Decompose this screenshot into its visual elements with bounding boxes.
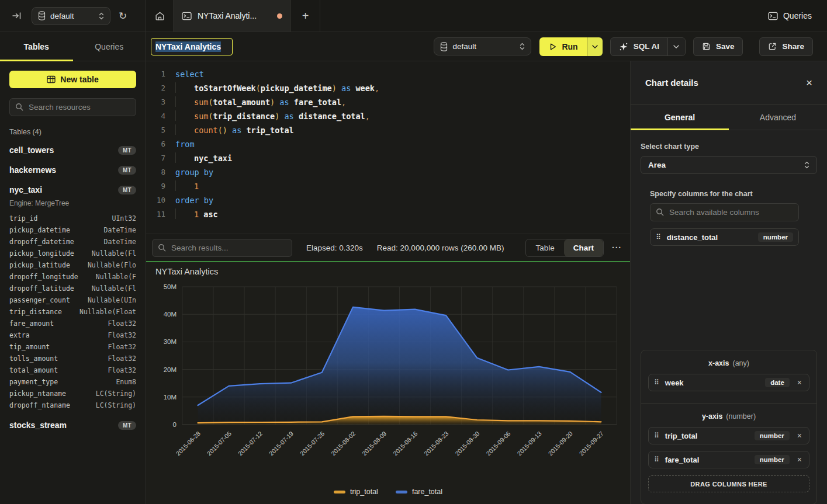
sidebar-tab-tables[interactable]: Tables bbox=[0, 32, 73, 61]
close-icon[interactable]: × bbox=[806, 77, 812, 88]
drop-zone[interactable]: DRAG COLUMNS HERE bbox=[648, 475, 809, 492]
sql-ai-split-button: SQL AI bbox=[610, 37, 686, 56]
line-number: 9 bbox=[146, 179, 175, 193]
table-row[interactable]: cell_towersMT bbox=[9, 144, 136, 156]
table-name: hackernews bbox=[9, 165, 56, 175]
query-tab-active[interactable]: NYTaxi Analyti... bbox=[174, 0, 291, 32]
home-button[interactable] bbox=[146, 0, 174, 32]
code-line: 6from bbox=[146, 137, 630, 151]
column-name: dropoff_ntaname bbox=[9, 401, 70, 409]
code-text: 1 bbox=[175, 179, 199, 193]
column-row: dropoff_ntanameLC(String) bbox=[9, 399, 136, 411]
x-tick-label: 2015-07-26 bbox=[299, 430, 326, 457]
drag-handle-icon[interactable]: ⠿ bbox=[654, 379, 659, 386]
remove-column-icon[interactable]: × bbox=[795, 455, 804, 464]
column-name: tip_amount bbox=[9, 343, 50, 351]
chevron-updown-icon bbox=[520, 43, 525, 50]
drag-handle-icon[interactable]: ⠿ bbox=[656, 234, 661, 241]
y-tick-label: 40M bbox=[164, 311, 177, 318]
x-axis-columns: ⠿weekdate× bbox=[648, 374, 809, 391]
run-split-button: Run bbox=[539, 37, 602, 56]
collapse-sidebar-icon[interactable] bbox=[12, 11, 22, 21]
sql-console-app: default ↻ Tables Queries New table bbox=[0, 0, 827, 504]
share-button[interactable]: Share bbox=[759, 37, 813, 56]
column-type: Float32 bbox=[108, 366, 136, 374]
columns-group: Specify columns for the chart ⠿distance_… bbox=[650, 190, 799, 246]
x-tick-label: 2015-07-19 bbox=[268, 430, 295, 457]
queries-button[interactable]: Queries bbox=[761, 0, 827, 32]
column-row: tolls_amountFloat32 bbox=[9, 353, 136, 364]
drag-handle-icon[interactable]: ⠿ bbox=[654, 432, 659, 439]
sidebar-database-selector[interactable]: default bbox=[32, 7, 110, 25]
unsaved-dot-icon bbox=[277, 13, 282, 19]
view-toggle-chart[interactable]: Chart bbox=[564, 239, 603, 256]
table-row[interactable]: nyc_taxiMT bbox=[9, 184, 136, 196]
remove-column-icon[interactable]: × bbox=[795, 378, 804, 387]
sidebar-body: New table Tables (4) cell_towersMThacker… bbox=[0, 61, 146, 440]
new-tab-button[interactable]: + bbox=[291, 0, 320, 32]
legend-item-fare_total[interactable]: fare_total bbox=[396, 488, 442, 496]
sql-ai-options-button[interactable] bbox=[667, 38, 685, 55]
y-axis-columns: ⠿trip_totalnumber×⠿fare_totalnumber× bbox=[648, 427, 809, 468]
column-type: LC(String) bbox=[96, 401, 136, 409]
query-tab-label: NYTaxi Analyti... bbox=[198, 11, 271, 20]
column-type: UInt32 bbox=[112, 214, 136, 223]
available-columns-list: ⠿distance_totalnumber bbox=[650, 228, 799, 246]
run-button[interactable]: Run bbox=[539, 37, 587, 56]
column-name: extra bbox=[9, 331, 30, 339]
search-columns-input[interactable] bbox=[650, 203, 799, 221]
legend-item-trip_total[interactable]: trip_total bbox=[334, 488, 378, 496]
column-pill-week[interactable]: ⠿weekdate× bbox=[648, 374, 809, 391]
run-options-button[interactable] bbox=[587, 37, 603, 56]
code-text: order by bbox=[175, 193, 213, 207]
x-tick-label: 2015-08-30 bbox=[454, 430, 481, 457]
area-chart: 010M20M30M40M50M2015-06-282015-07-052015… bbox=[146, 262, 630, 504]
column-name: fare_amount bbox=[9, 319, 54, 328]
column-type-badge: date bbox=[765, 378, 790, 387]
column-name: passenger_count bbox=[9, 296, 70, 304]
toolbar-database-selector[interactable]: default bbox=[434, 37, 531, 55]
column-pill-distance_total[interactable]: ⠿distance_totalnumber bbox=[650, 228, 799, 246]
table-row[interactable]: hackernewsMT bbox=[9, 164, 136, 176]
column-type: DateTime bbox=[104, 238, 136, 246]
panel-tab-general[interactable]: General bbox=[631, 105, 729, 130]
new-table-button[interactable]: New table bbox=[9, 71, 136, 88]
column-pill-fare_total[interactable]: ⠿fare_totalnumber× bbox=[648, 451, 809, 468]
column-type: Float32 bbox=[108, 331, 136, 339]
chart-type-select[interactable]: Area bbox=[641, 156, 817, 174]
tables-section-label: Tables (4) bbox=[9, 128, 136, 136]
query-title-input[interactable]: NYTaxi Analytics bbox=[151, 38, 233, 55]
line-number: 4 bbox=[146, 109, 175, 123]
code-line: 4sum(trip_distance) as distance_total, bbox=[146, 109, 630, 123]
results-more-button[interactable]: ··· bbox=[612, 243, 622, 252]
sidebar-tab-queries[interactable]: Queries bbox=[73, 32, 146, 61]
column-row: payment_typeEnum8 bbox=[9, 376, 136, 388]
search-icon bbox=[656, 208, 664, 216]
refresh-icon[interactable]: ↻ bbox=[119, 10, 127, 22]
code-text: select bbox=[175, 67, 204, 81]
column-pill-trip_total[interactable]: ⠿trip_totalnumber× bbox=[648, 427, 809, 444]
database-icon bbox=[38, 11, 46, 20]
y-tick-label: 0 bbox=[173, 421, 177, 428]
indent-guide bbox=[175, 124, 194, 135]
search-results-input[interactable] bbox=[152, 239, 292, 257]
column-row: extraFloat32 bbox=[9, 329, 136, 341]
save-button[interactable]: Save bbox=[693, 37, 743, 56]
column-pill-name: trip_total bbox=[665, 432, 749, 440]
sql-ai-button[interactable]: SQL AI bbox=[611, 38, 667, 55]
sql-editor[interactable]: 1select2toStartOfWeek(pickup_datetime) a… bbox=[146, 61, 630, 234]
sparkles-icon bbox=[619, 42, 628, 51]
column-name: trip_distance bbox=[9, 308, 62, 316]
run-button-label: Run bbox=[562, 42, 577, 51]
code-text: sum(trip_distance) as distance_total, bbox=[175, 109, 370, 123]
column-name: pickup_ntaname bbox=[9, 390, 66, 398]
remove-column-icon[interactable]: × bbox=[795, 431, 804, 440]
search-resources-input[interactable] bbox=[9, 98, 136, 116]
drag-handle-icon[interactable]: ⠿ bbox=[654, 456, 659, 463]
table-row[interactable]: stocks_streamMT bbox=[9, 419, 136, 431]
view-toggle-table[interactable]: Table bbox=[526, 239, 563, 256]
column-type: Nullable(Flo bbox=[88, 261, 136, 269]
column-type: Nullable(Fl bbox=[92, 284, 136, 293]
column-row: dropoff_datetimeDateTime bbox=[9, 236, 136, 248]
panel-tab-advanced[interactable]: Advanced bbox=[729, 105, 827, 130]
